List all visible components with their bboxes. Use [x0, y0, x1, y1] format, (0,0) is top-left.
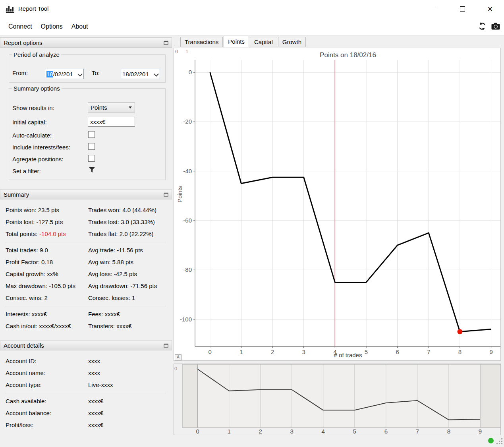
maximize-button[interactable]	[448, 0, 476, 18]
navigator-plot-area[interactable]: 0123456789	[174, 364, 500, 435]
points-series-line	[210, 72, 491, 332]
auto-range-button[interactable]: A	[175, 354, 182, 360]
fees: Fees: xxxx€	[88, 308, 172, 320]
bar-chart-icon	[5, 4, 15, 14]
float-summary-button[interactable]	[164, 192, 168, 197]
from-label: From:	[12, 70, 28, 76]
set-filter-label: Set a filter:	[12, 168, 41, 174]
screenshot-button[interactable]	[491, 23, 500, 31]
to-label: To:	[92, 70, 100, 76]
initial-capital-input[interactable]: xxxx€	[88, 117, 135, 127]
y-tick-label: -20	[183, 118, 192, 125]
menu-about[interactable]: About	[67, 23, 93, 30]
avg-trade: Avg trade: -11.56 pts	[88, 244, 172, 256]
y-tick-label: -60	[183, 217, 192, 224]
dropdown-arrow-icon	[129, 106, 132, 108]
interests: Interests: xxxx€	[6, 308, 88, 320]
navigator-x-tick-label: 6	[384, 428, 388, 435]
agregate-positions-label: Agregate positions:	[12, 156, 63, 163]
points-won: Points won: 23.5 pts	[6, 204, 88, 216]
date-to-combobox[interactable]: 18/02/201	[121, 69, 160, 79]
account-name-label: Account name:	[6, 367, 88, 379]
y-axis-label: Points	[176, 182, 183, 206]
chevron-down-icon	[77, 72, 83, 77]
divider	[6, 393, 166, 393]
account-details-header[interactable]: Account details	[0, 340, 172, 350]
summary-title: Summary	[4, 191, 29, 198]
cash-available-value: xxxx€	[88, 395, 172, 407]
capital-growth: Capital growth: xx%	[6, 268, 88, 280]
menu-connect[interactable]: Connect	[4, 23, 37, 30]
total-trades: Total trades: 9.0	[6, 244, 88, 256]
navigator-x-tick-label: 4	[322, 428, 325, 435]
period-group-title: Period of analyze	[12, 51, 61, 58]
points-plot-area[interactable]: 0-20-40-60-80-1000123456789	[174, 48, 500, 360]
minimize-button[interactable]	[421, 0, 448, 18]
menu-options[interactable]: Options	[37, 23, 67, 30]
divider	[6, 242, 166, 242]
tab-transactions[interactable]: Transactions	[180, 37, 223, 47]
consec-losses: Consec. losses: 1	[88, 292, 172, 304]
account-row: Profit/loss: xxxx€	[0, 419, 172, 431]
navigator-x-tick-label: 8	[447, 428, 450, 435]
chart-tabbar: Transactions Points Capital Growth	[174, 37, 501, 47]
summary-options-title: Summary options	[12, 85, 62, 92]
account-row: Account type: Live-xxxx	[0, 379, 172, 391]
statusbar	[0, 436, 504, 447]
chart-title: Points on 18/02/16	[195, 51, 501, 59]
refresh-icon	[478, 22, 487, 31]
period-of-analyze-group: Period of analyze From: 18/02/201 To: 18…	[9, 54, 166, 83]
account-balance-label: Account balance:	[6, 407, 88, 419]
report-options-title: Report options	[4, 39, 42, 46]
set-filter-button[interactable]	[89, 166, 95, 174]
summary-row: Total points:-104.0 pts Trades flat: 2.0…	[0, 228, 172, 240]
navigator-chart[interactable]: 0123456789 0 1	[174, 364, 501, 435]
profit-factor: Profit Factor: 0.18	[6, 256, 88, 268]
navigator-region[interactable]	[198, 364, 480, 428]
refresh-button[interactable]	[478, 22, 487, 32]
float-report-options-button[interactable]	[164, 41, 168, 45]
summary-header[interactable]: Summary	[0, 189, 172, 199]
tab-points[interactable]: Points	[224, 36, 249, 47]
float-account-button[interactable]	[164, 343, 168, 348]
summary-row: Profit Factor: 0.18 Avg win: 5.88 pts	[0, 256, 172, 268]
show-results-dropdown[interactable]: Points	[88, 103, 135, 112]
date-from-selected-text: 18	[46, 71, 53, 77]
summary-options-group: Summary options Show results in: Points …	[9, 88, 166, 180]
account-details-title: Account details	[4, 342, 44, 349]
date-from-combobox[interactable]: 18/02/201	[45, 69, 84, 79]
account-id-value: xxxx	[88, 355, 172, 367]
avg-win: Avg win: 5.88 pts	[88, 256, 172, 268]
tab-growth[interactable]: Growth	[278, 37, 306, 47]
profit-loss-label: Profit/loss:	[6, 419, 88, 431]
max-drawdown: Max drawdown: -105.0 pts	[6, 280, 88, 292]
chevron-down-icon	[154, 72, 159, 77]
navigator-x-tick-label: 2	[259, 428, 262, 435]
trades-flat: Trades flat: 2.0 (22.22%)	[88, 228, 172, 240]
y-tick-label: -40	[183, 168, 192, 174]
summary-row: Points lost: -127.5 pts Trades lost: 3.0…	[0, 216, 172, 228]
summary-row: Capital growth: xx% Avg loss: -42.5 pts	[0, 268, 172, 280]
agregate-positions-checkbox[interactable]	[88, 155, 95, 162]
window-title: Report Tool	[18, 5, 48, 12]
titlebar[interactable]: Report Tool ×	[0, 0, 504, 18]
include-fees-checkbox[interactable]	[88, 143, 95, 150]
tab-capital[interactable]: Capital	[250, 37, 277, 47]
corner-label: 0	[175, 48, 178, 54]
trades-lost: Trades lost: 3.0 (33.33%)	[88, 216, 172, 228]
show-results-value: Points	[91, 104, 107, 111]
summary-row: Consec. wins: 2 Consec. losses: 1	[0, 292, 172, 304]
app-icon[interactable]	[5, 4, 15, 15]
auto-calculate-checkbox[interactable]	[88, 131, 95, 138]
summary-row: Interests: xxxx€ Fees: xxxx€	[0, 308, 172, 320]
minimize-icon	[432, 9, 437, 9]
float-window-icon	[164, 343, 168, 348]
report-options-header[interactable]: Report options	[0, 37, 172, 48]
total-points: Total points:-104.0 pts	[6, 228, 88, 240]
initial-capital-label: Initial capital:	[12, 119, 47, 126]
points-chart[interactable]: 0-20-40-60-80-1000123456789 Points on 18…	[174, 48, 501, 361]
close-button[interactable]: ×	[476, 0, 504, 18]
divider	[6, 306, 166, 306]
navigator-x-tick-label: 5	[353, 428, 356, 435]
resize-grip[interactable]	[496, 438, 503, 446]
